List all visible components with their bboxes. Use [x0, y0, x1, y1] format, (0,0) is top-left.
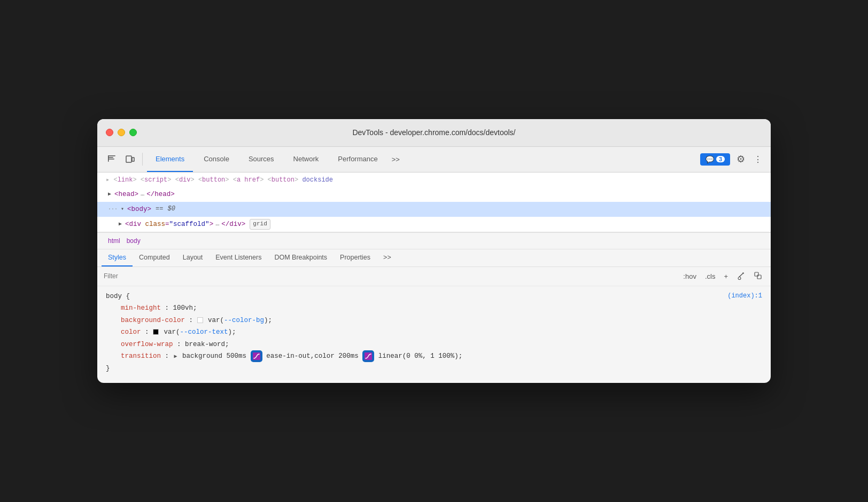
notifications-button[interactable]: 💬 3 — [700, 153, 730, 166]
more-options-button[interactable]: ⋮ — [751, 152, 764, 167]
prop-value-bg-suffix: ); — [264, 317, 272, 324]
notification-count: 3 — [716, 156, 725, 162]
styles-tabs-bar: Styles Computed Layout Event Listeners D… — [97, 249, 771, 267]
svg-rect-4 — [126, 156, 131, 162]
css-prop-color: color : var(--color-text); — [106, 326, 762, 339]
tab-console[interactable]: Console — [195, 146, 238, 172]
tab-more-styles[interactable]: >> — [377, 249, 398, 266]
grid-badge[interactable]: grid — [250, 219, 270, 230]
window-title: DevTools - developer.chrome.com/docs/dev… — [352, 128, 515, 137]
tab-properties[interactable]: Properties — [334, 249, 377, 266]
body-rule-block: (index):1 body { min-height : 100vh; bac… — [106, 291, 762, 375]
open-brace: { — [126, 293, 130, 300]
maximize-button[interactable] — [129, 129, 137, 136]
breadcrumb-html[interactable]: html — [106, 236, 122, 246]
tab-elements[interactable]: Elements — [147, 146, 193, 172]
body-tag: <body> — [127, 204, 151, 215]
div-close-tag: </div> — [221, 219, 245, 230]
breadcrumb-body[interactable]: body — [125, 236, 143, 246]
inspect-style-icon — [754, 271, 762, 280]
css-rules-panel: (index):1 body { min-height : 100vh; bac… — [97, 286, 771, 383]
add-style-rule-button[interactable]: + — [722, 271, 730, 281]
head-close-tag: </head> — [146, 189, 175, 200]
expand-div-icon[interactable]: ▶ — [119, 220, 122, 229]
expand-head-icon[interactable]: ▶ — [108, 190, 111, 199]
css-prop-overflow-wrap: overflow-wrap : break-word; — [106, 339, 762, 351]
hov-button[interactable]: :hov — [681, 271, 699, 281]
transition-expand-icon[interactable]: ▶ — [174, 354, 177, 359]
background-color-swatch[interactable] — [197, 317, 203, 323]
css-var-color-text-link[interactable]: --color-text — [180, 328, 228, 336]
prop-name-transition: transition — [121, 352, 161, 360]
prop-name-min-height: min-height — [121, 304, 161, 312]
main-toolbar: Elements Console Sources Network Perform… — [97, 147, 771, 172]
head-tag: <head> — [114, 189, 138, 200]
prop-value-transition-linear: linear(0 0%, 1 100%); — [378, 352, 463, 360]
filter-input[interactable] — [104, 272, 677, 280]
prop-name-color: color — [121, 328, 141, 336]
svg-rect-3 — [108, 155, 109, 162]
svg-rect-0 — [108, 155, 115, 156]
tab-dom-breakpoints[interactable]: DOM Breakpoints — [268, 249, 334, 266]
filter-bar: :hov .cls + — [97, 267, 771, 286]
svg-rect-6 — [755, 272, 758, 276]
more-tabs-button[interactable]: >> — [389, 153, 403, 166]
prop-value-transition-ease: ease-in-out,color 200ms — [266, 352, 359, 360]
settings-button[interactable]: ⚙ — [734, 151, 747, 167]
prop-value-min-height: 100vh; — [173, 304, 197, 312]
expand-body-icon[interactable]: ▾ — [121, 205, 124, 214]
elements-head-line[interactable]: ▶ <head> … </head> — [97, 187, 771, 202]
head-dots: … — [141, 189, 144, 199]
body-dollar: $0 — [167, 204, 175, 214]
close-button[interactable] — [106, 129, 113, 136]
paintbrush-icon — [737, 271, 745, 280]
elements-panel: ▸ <link> <script> <div> <button> <a href… — [97, 172, 771, 232]
elements-div-line[interactable]: ▶ <div class="scaffold"> … </div> grid — [97, 217, 771, 232]
elements-body-line[interactable]: ··· ▾ <body> == $0 — [97, 202, 771, 217]
minimize-button[interactable] — [118, 129, 125, 136]
tab-computed[interactable]: Computed — [133, 249, 176, 266]
new-style-rule-button[interactable] — [751, 270, 764, 283]
tab-performance[interactable]: Performance — [329, 146, 386, 172]
svg-rect-7 — [757, 275, 761, 279]
tab-event-listeners[interactable]: Event Listeners — [209, 249, 268, 266]
rule-close: } — [106, 363, 762, 375]
css-prop-transition: transition : ▶ background 500ms ease-in-… — [106, 350, 762, 363]
tab-styles[interactable]: Styles — [102, 249, 133, 266]
device-toolbar-button[interactable] — [122, 152, 138, 166]
prop-value-color-prefix: var( — [164, 328, 180, 336]
filter-actions: :hov .cls + — [681, 270, 764, 283]
ease-icon-1[interactable] — [252, 351, 261, 361]
inspect-element-button[interactable] — [104, 152, 120, 166]
prop-value-overflow-wrap: break-word; — [185, 341, 229, 348]
div-tag: <div class="scaffold"> — [125, 219, 213, 230]
color-swatch-black[interactable] — [153, 329, 159, 335]
prop-value-color-suffix: ); — [228, 328, 236, 336]
toggle-element-state-button[interactable] — [734, 270, 747, 283]
prop-name-background-color: background-color — [121, 317, 185, 324]
cls-button[interactable]: .cls — [703, 271, 718, 281]
body-dots-icon: ··· — [108, 205, 118, 214]
devtools-window: DevTools - developer.chrome.com/docs/dev… — [97, 119, 771, 383]
ease-icon-2[interactable] — [363, 351, 373, 361]
prop-value-transition-bg: background 500ms — [182, 352, 251, 360]
toolbar-divider — [142, 153, 143, 166]
elements-faded-line: ▸ <link> <script> <div> <button> <a href… — [97, 172, 771, 187]
breadcrumb: html body — [97, 232, 771, 249]
prop-name-overflow-wrap: overflow-wrap — [121, 341, 173, 348]
tab-sources[interactable]: Sources — [240, 146, 283, 172]
css-selector: body — [106, 293, 126, 300]
prop-value-bg-prefix: var( — [208, 317, 224, 324]
css-var-color-bg-link[interactable]: --color-bg — [224, 317, 264, 324]
svg-rect-5 — [132, 158, 134, 161]
notification-icon: 💬 — [706, 155, 714, 163]
tab-network[interactable]: Network — [285, 146, 328, 172]
css-prop-min-height: min-height : 100vh; — [106, 302, 762, 315]
traffic-lights — [106, 129, 137, 136]
source-link[interactable]: (index):1 — [727, 291, 762, 302]
css-prop-background-color: background-color : var(--color-bg); — [106, 315, 762, 327]
titlebar: DevTools - developer.chrome.com/docs/dev… — [97, 119, 771, 147]
svg-rect-2 — [108, 159, 114, 160]
div-dots: … — [215, 219, 219, 229]
tab-layout[interactable]: Layout — [176, 249, 210, 266]
